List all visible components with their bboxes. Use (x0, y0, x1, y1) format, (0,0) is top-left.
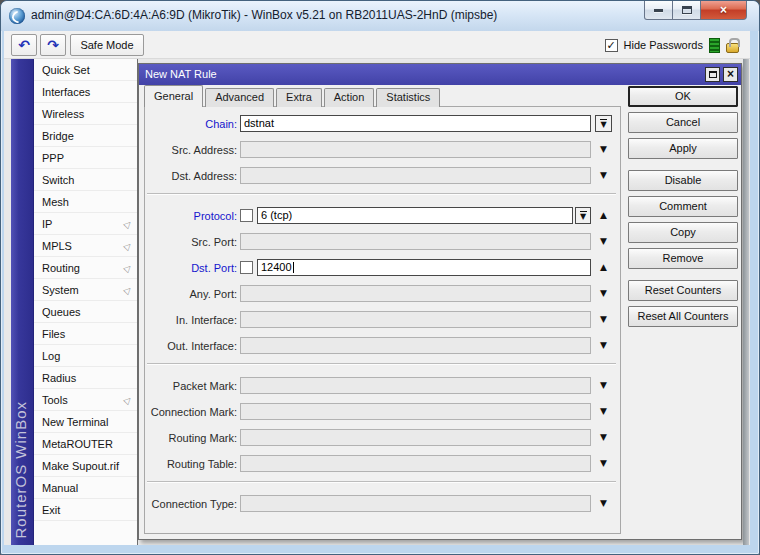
sidebar-item-label: Interfaces (42, 86, 131, 98)
combo-dropdown-button[interactable]: ▼ (575, 207, 591, 224)
field-input-wrap (240, 377, 591, 394)
sidebar-item-switch[interactable]: Switch (34, 169, 137, 191)
comment-button[interactable]: Comment (628, 196, 738, 217)
expand-down-arrow-icon[interactable]: ▼ (600, 171, 607, 180)
window-titlebar[interactable]: admin@D4:CA:6D:4A:A6:9D (MikroTik) - Win… (1, 1, 759, 31)
sidebar-item-wireless[interactable]: Wireless (34, 103, 137, 125)
dst-port-checkbox[interactable] (240, 261, 253, 274)
field-row-connection-type: Connection Type:▼ (147, 495, 612, 512)
collapse-up-arrow-icon[interactable]: ▲ (600, 211, 607, 220)
tab-statistics[interactable]: Statistics (376, 88, 440, 107)
protocol-input[interactable]: 6 (tcp) (257, 207, 573, 224)
sidebar-item-log[interactable]: Log (34, 345, 137, 367)
hide-passwords-checkbox[interactable]: ✓ (605, 39, 618, 52)
expand-down-arrow-icon[interactable]: ▼ (600, 289, 607, 298)
dialog-maximize-button[interactable] (705, 67, 720, 82)
safe-mode-button[interactable]: Safe Mode (70, 34, 144, 56)
sidebar-item-system[interactable]: System▷ (34, 279, 137, 301)
expand-down-arrow-icon[interactable]: ▼ (600, 145, 607, 154)
cancel-button[interactable]: Cancel (628, 112, 738, 133)
any-port-label: Any. Port: (147, 288, 237, 300)
protocol-checkbox[interactable] (240, 209, 253, 222)
field-trail: ▼ (595, 459, 612, 468)
expand-down-arrow-icon[interactable]: ▼ (600, 459, 607, 468)
reset-all-counters-button[interactable]: Reset All Counters (628, 306, 738, 327)
sidebar-item-bridge[interactable]: Bridge (34, 125, 137, 147)
ok-button[interactable]: OK (628, 86, 738, 107)
sidebar-item-interfaces[interactable]: Interfaces (34, 81, 137, 103)
dst-port-input[interactable]: 12400 (257, 259, 591, 276)
apply-button[interactable]: Apply (628, 138, 738, 159)
maximize-button[interactable] (673, 1, 701, 20)
sidebar-item-metarouter[interactable]: MetaROUTER (34, 433, 137, 455)
sidebar-item-new-terminal[interactable]: New Terminal (34, 411, 137, 433)
sidebar-item-ppp[interactable]: PPP (34, 147, 137, 169)
dst-address-label: Dst. Address: (147, 170, 237, 182)
tab-general[interactable]: General (144, 85, 203, 107)
src-port-label: Src. Port: (147, 236, 237, 248)
dialog-titlebar[interactable]: New NAT Rule (139, 64, 741, 85)
sidebar: RouterOS WinBox Quick SetInterfacesWirel… (11, 59, 138, 545)
sidebar-item-tools[interactable]: Tools▷ (34, 389, 137, 411)
collapse-up-arrow-icon[interactable]: ▲ (600, 263, 607, 272)
field-row-src-port: Src. Port:▼ (147, 233, 612, 250)
field-row-dst-port: Dst. Port:12400▲ (147, 259, 612, 276)
routing-table-input[interactable] (240, 455, 591, 472)
any-port-input[interactable] (240, 285, 591, 302)
minimize-icon (654, 9, 663, 12)
protocol-label: Protocol: (147, 210, 237, 222)
routing-mark-input[interactable] (240, 429, 591, 446)
field-trail: ▲ (595, 211, 612, 220)
tab-action[interactable]: Action (324, 88, 375, 107)
connection-mark-input[interactable] (240, 403, 591, 420)
chain-input[interactable]: dstnat (240, 115, 591, 132)
expand-down-arrow-icon[interactable]: ▼ (600, 237, 607, 246)
expand-down-arrow-icon[interactable]: ▼ (600, 381, 607, 390)
tab-advanced[interactable]: Advanced (205, 88, 274, 107)
form-separator (147, 481, 616, 483)
expand-down-arrow-icon[interactable]: ▼ (600, 433, 607, 442)
field-row-routing-table: Routing Table:▼ (147, 455, 612, 472)
packet-mark-input[interactable] (240, 377, 591, 394)
sidebar-item-mpls[interactable]: MPLS▷ (34, 235, 137, 257)
sidebar-item-exit[interactable]: Exit (34, 499, 137, 521)
field-input-wrap (240, 233, 591, 250)
expand-down-arrow-icon[interactable]: ▼ (600, 341, 607, 350)
close-button[interactable]: × (701, 1, 747, 20)
field-input-wrap (240, 455, 591, 472)
vertical-scrollbar[interactable] (743, 59, 749, 545)
dialog-tabs: GeneralAdvancedExtraActionStatistics (144, 85, 442, 107)
disable-button[interactable]: Disable (628, 170, 738, 191)
minimize-button[interactable] (644, 1, 673, 20)
sidebar-item-label: New Terminal (42, 416, 131, 428)
combo-dropdown-button[interactable]: ▼ (595, 115, 612, 132)
undo-button[interactable]: ↶ (11, 34, 37, 56)
src-address-input[interactable] (240, 141, 591, 158)
reset-counters-button[interactable]: Reset Counters (628, 280, 738, 301)
dst-address-input[interactable] (240, 167, 591, 184)
window-controls: × (644, 1, 747, 20)
in-interface-input[interactable] (240, 311, 591, 328)
dialog-close-button[interactable]: × (723, 67, 738, 82)
sidebar-item-mesh[interactable]: Mesh (34, 191, 137, 213)
connection-type-input[interactable] (240, 495, 591, 512)
sidebar-item-radius[interactable]: Radius (34, 367, 137, 389)
tab-extra[interactable]: Extra (276, 88, 322, 107)
expand-down-arrow-icon[interactable]: ▼ (600, 499, 607, 508)
sidebar-item-manual[interactable]: Manual (34, 477, 137, 499)
sidebar-item-make-supout-rif[interactable]: Make Supout.rif (34, 455, 137, 477)
copy-button[interactable]: Copy (628, 222, 738, 243)
src-port-input[interactable] (240, 233, 591, 250)
sidebar-item-routing[interactable]: Routing▷ (34, 257, 137, 279)
expand-down-arrow-icon[interactable]: ▼ (600, 315, 607, 324)
expand-down-arrow-icon[interactable]: ▼ (600, 407, 607, 416)
out-interface-input[interactable] (240, 337, 591, 354)
sidebar-item-queues[interactable]: Queues (34, 301, 137, 323)
field-trail: ▼ (595, 115, 612, 132)
redo-button[interactable]: ↷ (40, 34, 66, 56)
remove-button[interactable]: Remove (628, 248, 738, 269)
checkmark-icon: ✓ (606, 39, 615, 52)
sidebar-item-quick-set[interactable]: Quick Set (34, 59, 137, 81)
sidebar-item-files[interactable]: Files (34, 323, 137, 345)
sidebar-item-ip[interactable]: IP▷ (34, 213, 137, 235)
